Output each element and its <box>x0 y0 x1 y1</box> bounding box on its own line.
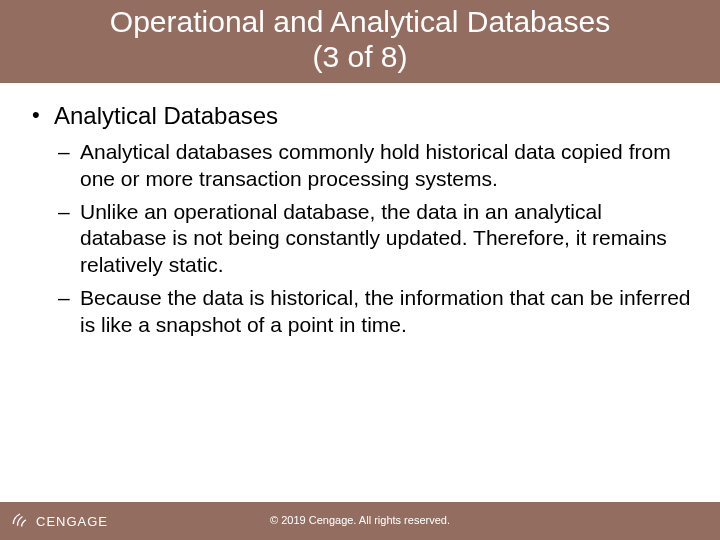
slide: Operational and Analytical Databases(3 o… <box>0 0 720 540</box>
list-item: Analytical databases commonly hold histo… <box>54 139 692 193</box>
bullet-list-level-1: Analytical Databases Analytical database… <box>28 101 692 339</box>
content-area: Analytical Databases Analytical database… <box>0 83 720 339</box>
list-item: Unlike an operational database, the data… <box>54 199 692 280</box>
slide-title: Operational and Analytical Databases(3 o… <box>0 4 720 75</box>
list-item-label: Unlike an operational database, the data… <box>80 200 667 277</box>
list-item-label: Because the data is historical, the info… <box>80 286 691 336</box>
list-item: Because the data is historical, the info… <box>54 285 692 339</box>
list-item: Analytical Databases Analytical database… <box>28 101 692 339</box>
title-band: Operational and Analytical Databases(3 o… <box>0 0 720 83</box>
footer-bar: CENGAGE © 2019 Cengage. All rights reser… <box>0 502 720 540</box>
list-item-label: Analytical databases commonly hold histo… <box>80 140 671 190</box>
bullet-list-level-2: Analytical databases commonly hold histo… <box>54 139 692 339</box>
list-item-label: Analytical Databases <box>54 102 278 129</box>
copyright-text: © 2019 Cengage. All rights reserved. <box>0 514 720 526</box>
